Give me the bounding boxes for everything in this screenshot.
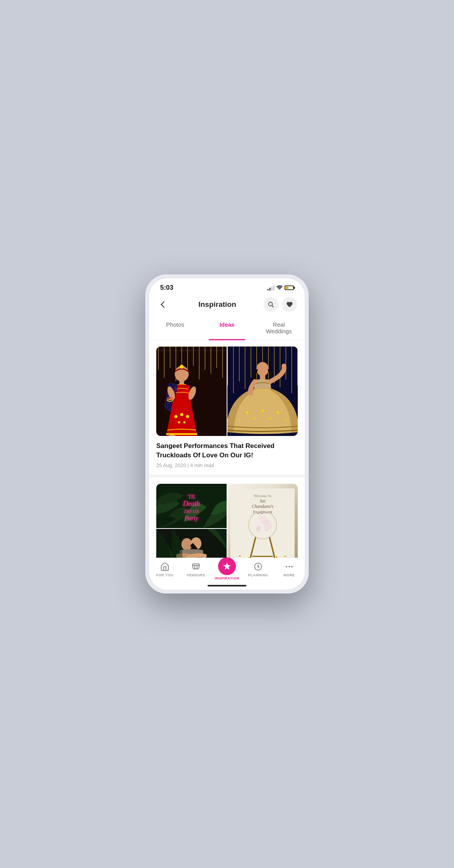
vendors-icon <box>190 561 201 572</box>
inspiration-icon-bg <box>218 557 236 575</box>
planning-icon <box>253 561 264 572</box>
article-2-image-bottomleft <box>156 529 227 558</box>
svg-point-57 <box>254 418 256 419</box>
svg-point-54 <box>262 410 264 412</box>
tab-ideas[interactable]: Ideas <box>201 317 253 340</box>
svg-point-56 <box>239 420 240 421</box>
more-icon <box>284 561 295 572</box>
page-title: Inspiration <box>198 300 236 309</box>
status-icons <box>267 285 294 291</box>
back-button[interactable] <box>157 298 171 312</box>
back-chevron-icon <box>161 301 168 308</box>
svg-point-103 <box>288 566 290 567</box>
svg-rect-87 <box>239 555 241 557</box>
nav-vendors[interactable]: VENDORS <box>180 561 211 580</box>
svg-point-102 <box>286 566 287 567</box>
svg-point-53 <box>246 411 248 414</box>
svg-point-0 <box>279 289 280 290</box>
tab-real-weddings[interactable]: RealWeddings <box>253 317 305 340</box>
svg-point-81 <box>260 527 265 533</box>
nav-more[interactable]: MORE <box>274 561 305 580</box>
nav-more-label: MORE <box>284 573 295 577</box>
svg-rect-93 <box>276 556 278 558</box>
article-card-2[interactable]: 'TIL Death DO US Party <box>149 478 305 558</box>
home-icon <box>159 561 170 572</box>
article-1-meta: 25 Aug, 2020 | 4 min read <box>156 462 298 468</box>
nav-for-you[interactable]: FOR YOU <box>149 561 180 580</box>
svg-point-66 <box>182 538 192 550</box>
svg-text:Engagement: Engagement <box>253 510 272 514</box>
svg-text:Chandana's: Chandana's <box>252 504 274 509</box>
article-2-image: 'TIL Death DO US Party <box>156 484 298 558</box>
nav-inspiration[interactable]: INSPIRATION <box>211 561 243 580</box>
svg-point-26 <box>175 415 178 418</box>
svg-text:Sai: Sai <box>260 498 265 503</box>
svg-point-1 <box>269 302 272 306</box>
svg-point-104 <box>291 566 293 567</box>
search-button[interactable] <box>264 297 278 312</box>
svg-rect-96 <box>285 555 286 557</box>
article-2-image-topleft: 'TIL Death DO US Party <box>156 484 227 528</box>
svg-point-27 <box>180 413 183 416</box>
svg-text:Party: Party <box>184 515 199 522</box>
nav-planning[interactable]: PLANNING <box>243 561 274 580</box>
bottom-navigation: FOR YOU VENDORS <box>149 558 305 582</box>
svg-text:DO US: DO US <box>184 509 199 514</box>
home-bar <box>208 585 246 586</box>
article-1-title: Sangeet Performances That Received Truck… <box>156 441 298 460</box>
article-2-image-right: Welcome To Sai Chandana's Engagement <box>227 484 298 558</box>
search-icon <box>267 301 274 308</box>
svg-text:'TIL: 'TIL <box>187 494 196 499</box>
content-area: Sangeet Performances That Received Truck… <box>149 340 305 558</box>
svg-point-55 <box>277 411 279 414</box>
svg-line-2 <box>272 306 274 307</box>
svg-text:Death: Death <box>183 500 200 508</box>
home-indicator <box>149 582 305 590</box>
status-time: 5:03 <box>160 284 173 292</box>
wifi-icon <box>276 285 283 291</box>
sparkle-icon <box>222 562 232 571</box>
svg-point-30 <box>183 421 186 424</box>
nav-for-you-label: FOR YOU <box>156 573 173 577</box>
svg-point-19 <box>180 365 184 369</box>
heart-icon <box>286 301 293 308</box>
battery-icon <box>285 285 294 290</box>
article-1-image-right <box>227 346 298 436</box>
svg-point-58 <box>270 418 271 419</box>
svg-point-99 <box>226 565 228 567</box>
svg-text:Welcome To: Welcome To <box>254 494 271 498</box>
nav-vendors-label: VENDORS <box>187 573 205 577</box>
svg-point-101 <box>258 566 258 567</box>
svg-point-51 <box>257 362 269 376</box>
svg-point-29 <box>178 421 180 424</box>
tab-photos[interactable]: Photos <box>149 317 201 340</box>
nav-inspiration-label: INSPIRATION <box>215 576 239 580</box>
svg-point-28 <box>186 415 189 418</box>
top-navigation: Inspiration <box>149 294 305 317</box>
article-1-image-left <box>156 346 227 436</box>
nav-actions <box>264 297 297 312</box>
article-1-image <box>156 346 298 436</box>
status-bar: 5:03 <box>149 278 305 294</box>
signal-icon <box>267 285 274 290</box>
nav-planning-label: PLANNING <box>248 573 268 577</box>
svg-point-59 <box>285 420 287 421</box>
favorites-button[interactable] <box>282 297 297 312</box>
article-card-1[interactable]: Sangeet Performances That Received Truck… <box>149 340 305 478</box>
tabs-container: Photos Ideas RealWeddings <box>149 317 305 340</box>
